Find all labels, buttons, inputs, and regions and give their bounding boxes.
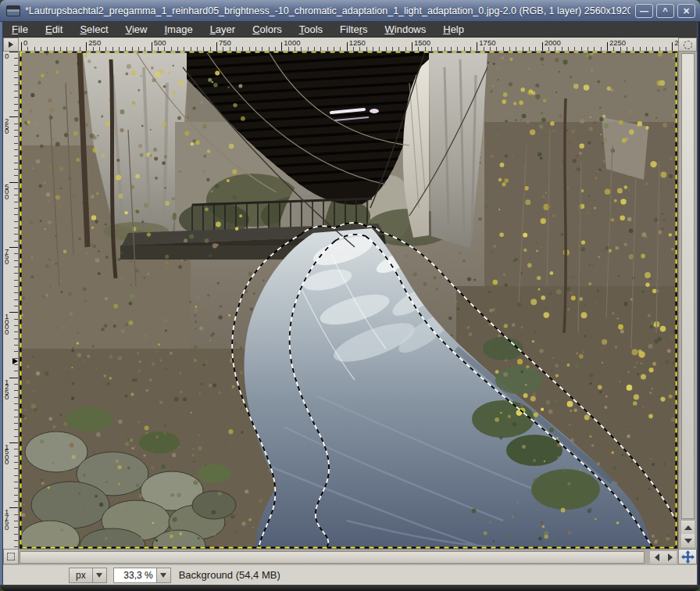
triangle-right-icon [668, 553, 673, 561]
triangle-left-icon [655, 553, 659, 561]
h-ruler-label: 1500 [414, 38, 430, 47]
vertical-ruler[interactable]: 02505007501000125015001750 [3, 52, 19, 549]
minimize-button[interactable]: — [635, 4, 653, 18]
h-ruler-label: 1750 [479, 38, 495, 47]
zoom-combo[interactable]: 33,3 % [113, 568, 171, 583]
horizontal-scrollbar[interactable] [19, 549, 678, 564]
h-ruler-label: 1000 [284, 38, 300, 47]
unit-dropdown-button[interactable] [93, 568, 107, 583]
horizontal-scrollbar-thumb[interactable] [20, 551, 645, 564]
zoom-dropdown-button[interactable] [157, 568, 171, 583]
window-border-bottom [0, 585, 700, 591]
h-ruler-label: 2250 [609, 38, 626, 47]
scroll-left-button[interactable] [650, 551, 663, 564]
v-ruler-label: 1500 [5, 445, 12, 465]
v-ruler-label: 1750 [5, 510, 12, 530]
triangle-down-icon [684, 539, 692, 543]
ruler-position-marker [12, 358, 18, 364]
h-ruler-label: 2000 [545, 38, 561, 47]
v-ruler-label: 500 [5, 184, 12, 200]
statusbar: px 33,3 % Background (54,4 MB) [3, 564, 697, 585]
h-ruler-label: 0 [23, 38, 27, 47]
menu-item-edit[interactable]: Edit [37, 22, 71, 37]
quickmask-toggle-button[interactable] [3, 549, 19, 564]
v-ruler-label: 750 [5, 249, 12, 265]
triangle-down-icon [96, 573, 102, 578]
zoom-follow-window-button[interactable] [678, 38, 697, 52]
canvas-image[interactable] [19, 52, 678, 549]
scroll-right-button[interactable] [663, 551, 677, 564]
navigation-preview-button[interactable] [678, 549, 697, 564]
zoom-follow-dashed-icon [684, 41, 692, 49]
vertical-scrollbar[interactable] [678, 52, 697, 549]
triangle-down-icon [160, 573, 166, 578]
menu-item-view[interactable]: View [117, 22, 156, 37]
zoom-entry[interactable]: 33,3 % [113, 568, 157, 583]
menu-item-image[interactable]: Image [155, 22, 201, 37]
menu-item-windows[interactable]: Windows [377, 22, 435, 37]
window-thumbnail-icon [6, 5, 20, 16]
maximize-button[interactable]: ^ [656, 4, 674, 18]
h-ruler-label: 750 [219, 38, 231, 47]
menubar: FileEditSelectViewImageLayerColorsToolsF… [3, 22, 697, 38]
menu-item-colors[interactable]: Colors [244, 22, 291, 37]
v-ruler-label: 250 [5, 119, 12, 134]
canvas-viewport[interactable] [19, 52, 678, 549]
horizontal-ruler[interactable]: 02505007501000125015001750200022502500 [19, 38, 678, 52]
menu-item-filters[interactable]: Filters [331, 22, 376, 37]
h-ruler-label: 500 [154, 38, 166, 47]
menu-arrow-right-icon [9, 41, 13, 48]
status-text: Background (54,4 MB) [179, 569, 280, 581]
image-menu-button[interactable] [3, 38, 19, 52]
h-ruler-label: 1250 [349, 38, 366, 47]
menu-item-layer[interactable]: Layer [202, 22, 245, 37]
unit-combo[interactable]: px [69, 568, 107, 583]
v-ruler-label: 1250 [5, 380, 12, 400]
menu-item-help[interactable]: Help [434, 22, 473, 37]
menu-item-select[interactable]: Select [71, 22, 116, 37]
unit-label[interactable]: px [69, 568, 93, 583]
v-ruler-label: 0 [5, 54, 12, 59]
v-ruler-label: 1000 [5, 314, 12, 335]
triangle-up-icon [684, 525, 692, 530]
quickmask-dashed-square-icon [7, 553, 15, 561]
window-border-right [697, 22, 700, 585]
scroll-down-button[interactable] [681, 534, 695, 547]
menu-item-file[interactable]: File [3, 22, 37, 37]
window-title: *Lautrupsbachtal2_pregamma_1_reinhard05_… [25, 5, 630, 16]
gimp-image-window: *Lautrupsbachtal2_pregamma_1_reinhard05_… [0, 0, 700, 591]
close-button[interactable]: ✕ [677, 4, 695, 18]
h-ruler-label: 250 [88, 38, 101, 47]
navigation-cross-icon [681, 550, 695, 564]
menu-item-tools[interactable]: Tools [291, 22, 331, 37]
window-controls: — ^ ✕ [635, 4, 695, 18]
vertical-scrollbar-thumb[interactable] [681, 53, 695, 519]
titlebar[interactable]: *Lautrupsbachtal2_pregamma_1_reinhard05_… [0, 0, 700, 22]
scroll-up-button[interactable] [681, 521, 695, 534]
